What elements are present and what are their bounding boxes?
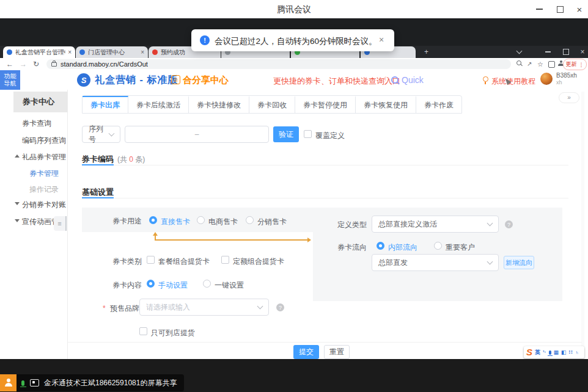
serial-type-select[interactable]: 序列号 (82, 126, 120, 143)
brand-select[interactable]: 请选择或输入 (139, 299, 269, 316)
usage-radio-ecommerce[interactable] (197, 216, 205, 224)
store-only-checkbox[interactable] (139, 327, 147, 335)
tab-card-resume[interactable]: 券卡恢复使用 (356, 96, 416, 113)
tab-card-activate[interactable]: 券卡后续激活 (128, 96, 189, 113)
sidebar-item-code-seq-query[interactable]: 编码序列查询 (22, 136, 66, 146)
browser-update-button[interactable]: 更新 ⋮ (563, 59, 587, 70)
ime-skin-icon[interactable]: ◧ (561, 349, 567, 355)
usage-option-direct[interactable]: 直接售卡 (161, 217, 190, 227)
override-checkbox-label[interactable]: 覆盖定义 (315, 131, 345, 141)
meeting-minimize-button[interactable] (529, 0, 549, 18)
flow-radio-internal[interactable] (377, 242, 384, 250)
back-icon[interactable]: ← (6, 59, 13, 69)
tab-card-quick-edit[interactable]: 券卡快捷修改 (189, 96, 249, 113)
category-checkbox-package[interactable] (147, 256, 155, 264)
maximize-icon (563, 49, 569, 55)
flow-select[interactable]: 总部直发 (372, 254, 499, 271)
meeting-title: 腾讯会议 (0, 0, 588, 18)
flow-option-internal[interactable]: 内部流向 (388, 242, 417, 253)
url-field[interactable]: standard.maboy.cn/CardsOut (46, 59, 511, 69)
ime-language-mode[interactable]: 英 (535, 349, 540, 355)
favicon-blue (79, 49, 85, 55)
sidebar-group-gift-cards[interactable]: 礼品券卡管理 (22, 152, 66, 162)
tutorial-link[interactable]: 系统使用教程 (491, 76, 535, 87)
content-label: 券卡内容 (82, 280, 142, 291)
serial-range-input[interactable]: – (125, 126, 269, 143)
submit-button[interactable]: 提交 (293, 345, 319, 359)
section-divider (114, 165, 568, 165)
browser-profile-chevron[interactable] (512, 46, 526, 58)
basic-section-title: 基础设置 (82, 187, 114, 198)
tab-card-suspend[interactable]: 券卡暂停使用 (295, 96, 356, 113)
category-checkbox-fixed[interactable] (221, 256, 229, 264)
define-type-select[interactable]: 总部直接定义激活 (372, 216, 499, 233)
help-icon[interactable]: ? (276, 303, 284, 311)
content-radio-onekey[interactable] (203, 280, 211, 288)
tab-card-outbound[interactable]: 券卡出库 (83, 96, 128, 113)
ime-keyboard-icon[interactable]: ▦ (554, 349, 559, 355)
meeting-maximize-button[interactable] (549, 0, 570, 18)
ime-toolbox-icon[interactable]: ∷ (569, 349, 573, 355)
function-nav-toggle[interactable]: 功能 导航 (0, 70, 20, 90)
update-label: 更新 (566, 60, 577, 68)
reset-button[interactable]: 重置 (324, 345, 350, 359)
ime-toolbar[interactable]: S 英 ’· ▦ ◧ ∷ ♄ (524, 346, 584, 358)
sidebar-item-operation-log[interactable]: 操作记录 (29, 184, 59, 195)
add-flow-button[interactable]: 新增流向 (504, 256, 534, 269)
meeting-close-button[interactable]: × (569, 0, 588, 18)
usage-radio-distribution[interactable] (246, 216, 254, 224)
user-subname: xh (556, 79, 562, 85)
content-option-manual[interactable]: 手动设置 (158, 280, 188, 291)
sidebar-item-card-query[interactable]: 券卡查询 (22, 118, 51, 129)
tab-close-icon[interactable]: × (68, 49, 72, 56)
share-center-link[interactable]: 合分享中心 (183, 74, 229, 86)
browser-maximize-button[interactable] (559, 46, 573, 58)
browser-tab-store-admin[interactable]: 门店管理中心 × (76, 46, 148, 58)
store-only-label[interactable]: 只可到店提货 (151, 328, 195, 338)
share-icon[interactable]: ↗ (527, 59, 532, 69)
forward-icon[interactable]: → (20, 59, 27, 69)
usage-option-ecommerce[interactable]: 电商售卡 (208, 217, 238, 227)
side-panel-icon[interactable] (548, 61, 555, 68)
ime-punctuation-icon[interactable]: ’· (543, 349, 546, 355)
count-prefix: (共 (117, 155, 129, 164)
user-avatar[interactable] (540, 73, 553, 85)
sidebar-item-card-manage-active[interactable]: 券卡管理 (29, 169, 59, 179)
user-name: B385xh (556, 72, 577, 79)
info-icon: ! (200, 35, 210, 45)
section-divider (114, 198, 568, 198)
ime-settings-icon[interactable]: ♄ (575, 349, 579, 355)
category-option-fixed[interactable]: 定额组合提货卡 (233, 256, 284, 267)
new-tab-button[interactable]: + (424, 48, 428, 56)
browser-close-button[interactable]: × (576, 46, 588, 58)
reload-icon[interactable]: ↻ (33, 59, 39, 69)
tab-card-recycle[interactable]: 券卡回收 (249, 96, 295, 113)
help-icon[interactable]: ? (505, 220, 513, 228)
bookmark-star-icon[interactable]: ☆ (537, 59, 543, 69)
zoom-icon[interactable] (516, 60, 521, 65)
flow-radio-vip[interactable] (434, 242, 442, 250)
quick-search-label[interactable]: Quick (402, 75, 424, 85)
tab-close-icon[interactable]: × (141, 49, 144, 56)
browser-tab-gift-admin[interactable]: 礼盒营销平台管理中心 × (3, 46, 75, 58)
scrollbar[interactable] (581, 92, 584, 354)
tab-card-void[interactable]: 券卡作废 (416, 96, 461, 113)
group-collapsed-icon (15, 202, 20, 205)
category-option-package[interactable]: 套餐组合提货卡 (158, 256, 210, 267)
sidebar-collapse-handle[interactable]: ≡ (54, 216, 67, 231)
app-brand-title: 礼盒营销 - 标准版 (95, 74, 178, 87)
sidebar-title-label: 券卡中心 (23, 96, 54, 107)
usage-option-distribution[interactable]: 分销售卡 (257, 217, 287, 227)
expand-tabs-button[interactable]: » (559, 92, 579, 103)
ime-mic-icon[interactable] (549, 350, 551, 355)
verify-button[interactable]: 验证 (273, 126, 299, 142)
content-radio-manual[interactable] (147, 280, 155, 288)
usage-radio-direct[interactable] (149, 216, 157, 224)
browser-minimize-button[interactable] (541, 46, 554, 58)
notification-close-icon[interactable]: × (379, 35, 384, 45)
quick-search-icon[interactable] (391, 76, 399, 84)
content-option-onekey[interactable]: 一键设置 (215, 280, 244, 291)
flow-option-vip[interactable]: 重要客户 (446, 242, 475, 253)
override-checkbox[interactable] (304, 130, 312, 138)
sidebar-group-distribution[interactable]: 分销券卡对账 (22, 200, 66, 210)
